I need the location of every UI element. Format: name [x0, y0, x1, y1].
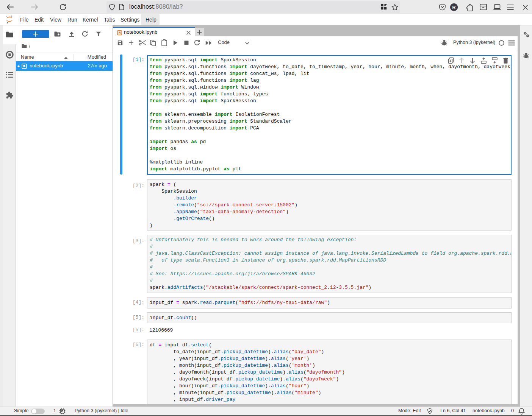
- svg-text:R: R: [452, 5, 455, 10]
